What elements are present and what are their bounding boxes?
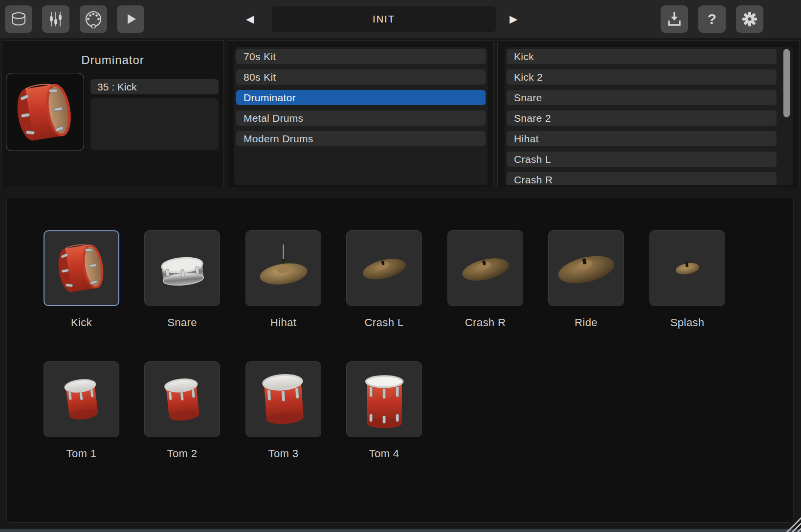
kit-name-title: Druminator [2,53,223,67]
floor-tom-image [361,369,408,430]
crash-cymbal-image [454,246,517,290]
selected-sample-row[interactable]: 35 : Kick [90,79,219,94]
pad-snare[interactable] [144,230,220,306]
window-bottom-edge [0,529,801,532]
tom-drum-image [160,373,204,426]
kit-list: 70s Kit 80s Kit Druminator Metal Drums M… [234,47,488,185]
piece-item-crash-r[interactable]: Crash R [507,172,777,185]
toolbar: ◀ INIT ▶ ? [0,0,801,38]
piece-item-kick-2[interactable]: Kick 2 [507,69,777,85]
drum-icon [10,10,27,28]
pad-tom-1-label: Tom 1 [44,447,119,460]
pad-tom-2-label: Tom 2 [144,447,220,460]
current-kit-panel: Druminator [1,40,224,187]
pad-snare-label: Snare [144,316,220,329]
pad-tom-2[interactable] [144,361,220,437]
kick-drum-image [51,240,112,297]
pad-hihat-label: Hihat [245,316,321,329]
pad-splash-label: Splash [649,316,725,329]
selected-piece-thumbnail[interactable] [6,73,84,151]
sample-list-area [90,98,219,150]
kit-item-80s-kit[interactable]: 80s Kit [236,69,486,85]
midi-page-button[interactable] [80,5,107,33]
scrollbar-thumb[interactable] [783,49,790,117]
pad-crash-r[interactable] [447,230,523,306]
preset-prev-button[interactable]: ◀ [246,0,254,38]
pad-tom-4[interactable] [346,361,422,437]
pad-tom-1[interactable] [44,361,119,437]
kit-list-panel: 70s Kit 80s Kit Druminator Metal Drums M… [227,40,494,187]
pad-ride[interactable] [548,230,624,306]
piece-list: Kick Kick 2 Snare Snare 2 Hihat Crash L … [505,47,793,185]
snare-drum-image [152,247,213,289]
pad-ride-label: Ride [548,316,624,329]
gear-icon [741,10,758,28]
pad-splash[interactable] [649,230,725,306]
play-button[interactable] [117,5,144,33]
download-icon [666,10,683,28]
settings-button[interactable] [736,5,763,33]
pad-tom-3[interactable] [245,361,321,437]
pad-grid-panel: Kick Snare [6,197,794,523]
pad-hihat[interactable] [245,230,321,306]
splash-cymbal-image [672,257,703,279]
tom-drum-image [61,374,103,425]
piece-item-kick[interactable]: Kick [507,49,777,64]
kit-item-druminator[interactable]: Druminator [236,90,486,105]
midi-din-icon [84,10,103,28]
pad-kick[interactable] [44,230,119,306]
play-icon [122,10,139,28]
help-button[interactable]: ? [698,5,726,33]
preset-next-button[interactable]: ▶ [510,0,517,38]
ride-cymbal-image [551,244,622,293]
pad-tom-3-label: Tom 3 [245,447,321,460]
drum-page-button[interactable] [5,5,32,33]
preset-display[interactable]: INIT [272,6,496,32]
crash-cymbal-image [356,248,413,288]
pad-crash-l[interactable] [346,230,422,306]
piece-item-hihat[interactable]: Hihat [507,131,777,146]
kit-item-modern-drums[interactable]: Modern Drums [236,131,486,146]
piece-item-snare[interactable]: Snare [507,90,777,105]
piece-item-crash-l[interactable]: Crash L [507,152,777,167]
mixer-faders-icon [47,10,65,28]
pad-kick-label: Kick [44,316,119,329]
pad-crash-l-label: Crash L [346,316,422,329]
pad-crash-r-label: Crash R [447,316,523,329]
help-icon: ? [708,12,716,26]
mixer-page-button[interactable] [42,5,69,33]
pad-tom-4-label: Tom 4 [346,447,422,460]
piece-list-panel: Kick Kick 2 Snare Snare 2 Hihat Crash L … [497,40,800,187]
hihat-cymbal-image [253,244,314,293]
kit-item-metal-drums[interactable]: Metal Drums [236,111,486,126]
kick-drum-image [8,78,82,146]
download-button[interactable] [661,5,688,33]
plugin-window: ◀ INIT ▶ ? [0,0,801,532]
piece-item-snare-2[interactable]: Snare 2 [507,111,777,126]
kit-item-70s-kit[interactable]: 70s Kit [236,49,486,64]
tom-drum-image [259,369,309,430]
